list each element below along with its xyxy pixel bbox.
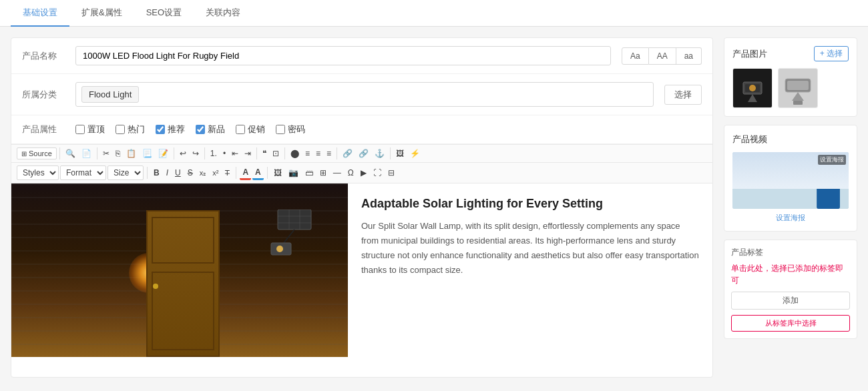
attr-checkbox-sale[interactable] xyxy=(236,125,245,134)
product-name-row: 产品名称 Aa AA aa xyxy=(11,38,712,74)
attr-item-new[interactable]: 新品 xyxy=(196,123,225,135)
editor-paragraph: Our Split Solar Wall Lamp, with its spli… xyxy=(361,219,699,278)
attr-label-recommend: 推荐 xyxy=(168,123,185,135)
tb-align-left-btn[interactable]: ⬤ xyxy=(288,147,302,159)
tb-gallery-btn[interactable]: 🗃 xyxy=(302,167,316,179)
category-tag-flood-light[interactable]: Flood Light xyxy=(81,86,139,103)
tb-preview-btn[interactable]: 🔍 xyxy=(63,147,78,159)
tb-table-btn[interactable]: ⊞ xyxy=(317,167,329,179)
tb-indent-btn[interactable]: ⇥ xyxy=(242,147,254,159)
tb-ordered-list-btn[interactable]: 1. xyxy=(208,147,220,159)
format-select[interactable]: Format xyxy=(60,165,106,180)
tab-seo-settings[interactable]: SEO设置 xyxy=(134,0,194,27)
attr-checkbox-password[interactable] xyxy=(276,125,285,134)
attr-label-top: 置顶 xyxy=(87,123,105,135)
category-input-area: Flood Light 选择 xyxy=(75,82,702,107)
tb-strikethrough-btn[interactable]: S xyxy=(185,167,196,179)
video-label[interactable]: 设置海报 xyxy=(732,213,849,223)
case-btn-AA[interactable]: AA xyxy=(649,47,676,65)
tb-italic-btn[interactable]: I xyxy=(164,167,171,179)
tag-library-button[interactable]: 从标签库中选择 xyxy=(731,315,850,332)
tb-align-center-btn[interactable]: ≡ xyxy=(302,147,312,159)
tb-bold-btn[interactable]: B xyxy=(151,167,162,179)
category-select-button[interactable]: 选择 xyxy=(664,85,702,105)
tb-unordered-list-btn[interactable]: • xyxy=(220,147,228,159)
tag-section: 产品标签 单击此处，选择已添加的标签即可 添加 从标签库中选择 xyxy=(724,240,857,339)
tb-image2-btn[interactable]: 🖼 xyxy=(271,167,284,179)
tb-subscript-btn[interactable]: x₂ xyxy=(197,167,209,179)
svg-rect-0 xyxy=(278,210,311,230)
tb-image-btn[interactable]: 🖼 xyxy=(393,147,407,159)
tb-align-justify-btn[interactable]: ≡ xyxy=(324,147,334,159)
tb-align-right-btn[interactable]: ≡ xyxy=(313,147,323,159)
tb-copy-btn[interactable]: ⎘ xyxy=(113,147,123,159)
attr-item-hot[interactable]: 热门 xyxy=(116,123,145,135)
tb-specialchar-btn[interactable]: Ω xyxy=(345,167,357,179)
attr-label-password: 密码 xyxy=(288,123,305,135)
case-btn-aa[interactable]: Aa xyxy=(622,47,649,65)
attr-item-password[interactable]: 密码 xyxy=(276,123,305,135)
tb-outdent-btn[interactable]: ⇤ xyxy=(229,147,241,159)
main-layout: 产品名称 Aa AA aa 所属分类 Flood Light 选择 xyxy=(0,27,868,388)
product-video-title: 产品视频 xyxy=(732,133,767,145)
tb-youtube-btn[interactable]: ▶ xyxy=(358,167,369,179)
door-frame xyxy=(146,210,220,357)
source-icon: ⊞ xyxy=(21,150,27,157)
tab-extend-attributes[interactable]: 扩展&属性 xyxy=(69,0,134,27)
attr-checkbox-hot[interactable] xyxy=(116,125,125,134)
tb-showblocks-btn[interactable]: ⊟ xyxy=(385,167,397,179)
tb-paste-btn[interactable]: 📋 xyxy=(124,147,139,159)
svg-rect-15 xyxy=(787,81,809,90)
tb-flash-btn[interactable]: ⚡ xyxy=(407,147,423,159)
name-case-buttons: Aa AA aa xyxy=(622,47,702,65)
attr-item-recommend[interactable]: 推荐 xyxy=(156,123,185,135)
product-name-input[interactable] xyxy=(75,46,611,65)
attr-checkbox-new[interactable] xyxy=(196,125,205,134)
tab-related-content[interactable]: 关联内容 xyxy=(194,0,252,27)
toolbar-sep-6 xyxy=(284,147,285,159)
product-name-label: 产品名称 xyxy=(22,50,75,62)
tb-bgcolor-btn[interactable]: A xyxy=(252,166,264,180)
video-thumbnail[interactable]: 设置海报 xyxy=(732,152,849,209)
tb-anchor-btn[interactable]: ⚓ xyxy=(372,147,387,159)
tb-creatediv-btn[interactable]: ⊡ xyxy=(270,147,282,159)
brand-label: 产品标签 xyxy=(731,247,850,258)
tb-undo-btn[interactable]: ↩ xyxy=(177,147,189,159)
tab-basic-settings[interactable]: 基础设置 xyxy=(11,0,69,27)
product-video-card: 产品视频 xyxy=(724,125,857,232)
tb-blockquote-btn[interactable]: ❝ xyxy=(260,147,269,159)
styles-select[interactable]: Styles xyxy=(17,165,59,180)
tb-superscript-btn[interactable]: x² xyxy=(210,167,221,178)
tb-paste-word-btn[interactable]: 📝 xyxy=(156,147,171,159)
attr-item-sale[interactable]: 促销 xyxy=(236,123,265,135)
editor-toolbar: ⊞ Source 🔍 📄 ✂ ⎘ 📋 📃 📝 ↩ ↪ 1. • ⇤ ⇥ xyxy=(11,144,712,183)
product-thumb-1[interactable] xyxy=(732,68,773,108)
tb-underline-btn[interactable]: U xyxy=(172,167,184,179)
product-images-card: 产品图片 + 选择 xyxy=(724,37,857,117)
tb-cut-btn[interactable]: ✂ xyxy=(100,147,112,159)
attr-checkbox-recommend[interactable] xyxy=(156,125,165,134)
tb-template-btn[interactable]: 📄 xyxy=(79,147,94,159)
source-button[interactable]: ⊞ Source xyxy=(17,147,57,159)
size-select[interactable]: Size xyxy=(107,165,144,180)
scene-background xyxy=(11,183,348,357)
attr-checkbox-top[interactable] xyxy=(75,125,85,134)
top-nav: 基础设置 扩展&属性 SEO设置 关联内容 xyxy=(0,0,868,27)
tb-textcolor-btn[interactable]: A xyxy=(240,166,251,180)
tb-link-btn[interactable]: 🔗 xyxy=(340,147,355,159)
tb-maximize-btn[interactable]: ⛶ xyxy=(371,167,384,179)
product-thumb-2[interactable] xyxy=(778,68,818,108)
left-panel: 产品名称 Aa AA aa 所属分类 Flood Light 选择 xyxy=(11,37,713,378)
tb-hrule-btn[interactable]: — xyxy=(331,167,344,179)
attr-item-top[interactable]: 置顶 xyxy=(75,123,105,135)
case-btn-lower-aa[interactable]: aa xyxy=(676,47,702,65)
tb-paste-text-btn[interactable]: 📃 xyxy=(140,147,155,159)
tb-removeformat-btn[interactable]: T̶ xyxy=(222,167,232,179)
tb-photo-btn[interactable]: 📷 xyxy=(286,167,301,179)
add-image-button[interactable]: + 选择 xyxy=(814,46,849,61)
category-tags-container[interactable]: Flood Light xyxy=(75,82,654,107)
tb-unlink-btn[interactable]: 🔗 xyxy=(356,147,371,159)
tag-add-button[interactable]: 添加 xyxy=(731,292,850,310)
tb-redo-btn[interactable]: ↪ xyxy=(190,147,202,159)
product-images-title-row: 产品图片 + 选择 xyxy=(732,46,849,61)
